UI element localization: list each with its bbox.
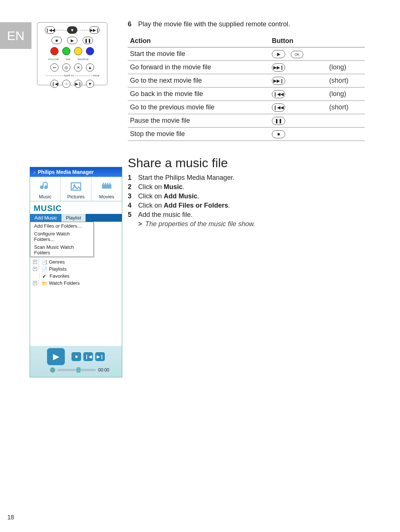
svg-rect-8	[109, 183, 110, 184]
stop-button[interactable]: ■	[71, 352, 81, 361]
extra-cell	[327, 128, 365, 141]
loop-icon[interactable]	[111, 367, 118, 373]
pmm-titlebar: ♪ Philips Media Manager	[30, 167, 122, 177]
extra-cell	[327, 47, 365, 61]
pmm-tree: +📑Genres+📄Playlists✔Favorites+📁Watch Fol…	[30, 257, 122, 346]
blue-button-icon	[86, 47, 94, 55]
tree-item[interactable]: ✔Favorites	[32, 272, 120, 280]
tab-label: Pictures	[62, 194, 90, 199]
pictures-tab-icon	[62, 180, 90, 193]
folder-icon: 📄	[41, 267, 47, 272]
up-arrow-icon: ▲	[86, 63, 94, 72]
list-item: 2Click on Music.	[128, 183, 365, 191]
action-cell: Stop the movie file	[128, 128, 270, 141]
down-arrow-icon: ▼	[86, 80, 94, 88]
steps-list: 1Start the Philips Media Manager.2Click …	[128, 174, 365, 219]
prev-icon: ❙◀◀	[272, 90, 285, 98]
extra-cell	[327, 114, 365, 128]
ok-icon: OK	[291, 51, 303, 58]
pause-icon: ❚❚	[83, 37, 93, 44]
action-cell: Pause the movie file	[128, 114, 270, 128]
pmm-menu-item[interactable]: Configure Watch Folders…	[30, 230, 93, 243]
prev-icon: ❙◀◀	[45, 26, 55, 34]
table-row: Start the movie file▶ OK	[128, 47, 365, 61]
play-button[interactable]: ▶	[47, 348, 65, 365]
button-cell: ▶▶❙	[270, 61, 327, 74]
tab-label: Music	[31, 194, 59, 199]
button-cell: ❚❚	[270, 114, 327, 128]
expand-icon[interactable]: +	[33, 281, 37, 285]
table-row: Go back in the movie file❙◀◀(long)	[128, 87, 365, 101]
button-cell: ▶▶❙	[270, 74, 327, 87]
list-item: 3Click on Add Music.	[128, 192, 365, 200]
music-tab[interactable]: Music	[30, 177, 61, 201]
red-button-icon	[50, 47, 59, 55]
tree-item[interactable]: +📑Genres	[32, 258, 120, 265]
tab-label: Movies	[93, 194, 120, 199]
pmm-window: ♪ Philips Media Manager MusicPicturesMov…	[30, 167, 122, 377]
pmm-menu-item[interactable]: Add Files or Folders…	[30, 222, 93, 230]
pictures-tab[interactable]: Pictures	[61, 177, 91, 201]
pmm-subtab-playlist[interactable]: Playlist	[61, 214, 86, 222]
section-title: Share a music file	[128, 156, 365, 170]
shuffle-label: SHUFFLE	[78, 58, 89, 60]
table-row: Stop the movie file■	[128, 128, 365, 141]
table-row: Go to the next movie file▶▶❙(short)	[128, 74, 365, 87]
step-number: 2	[128, 183, 133, 191]
result-text: The properties of the music file show.	[145, 220, 255, 228]
step-text: Click on Add Music.	[138, 192, 199, 200]
step-number: 3	[128, 192, 133, 200]
pmm-subtab-addmusic[interactable]: Add Music	[30, 214, 61, 222]
action-cell: Go back in the movie file	[128, 87, 270, 101]
language-tab: EN	[0, 22, 31, 49]
table-row: Go to the previous movie file❙◀◀(short)	[128, 101, 365, 114]
list-item: 1Start the Philips Media Manager.	[128, 174, 365, 182]
tree-item[interactable]: +📄Playlists	[32, 265, 120, 272]
stop-icon: ■	[272, 130, 285, 138]
extra-cell: (short)	[327, 74, 365, 87]
volume-icon[interactable]	[50, 367, 55, 373]
prev-track-button[interactable]: ❙◀	[83, 352, 93, 361]
folder-icon: 📑	[41, 260, 47, 265]
next-icon: ▶▶❙	[89, 26, 100, 34]
fav-label: FAV	[66, 58, 70, 60]
time-label: 00:00	[98, 367, 109, 373]
extra-cell: (long)	[327, 87, 365, 101]
expand-icon[interactable]: +	[33, 260, 37, 264]
button-cell: ❙◀◀	[270, 87, 327, 101]
remote-illustration: ❙◀◀ ▼ ▶▶❙ ■ ▶ ❚❚ FOLLOW FAV SHUFFLE ↩ ◎ …	[37, 22, 107, 85]
pmm-player: ▶ ■ ❙◀ ▶❙ 00:00	[30, 346, 122, 377]
step-text: Play the movie file with the supplied re…	[138, 20, 290, 28]
prev-icon: ❙◀◀	[272, 103, 285, 112]
play-icon: ▶	[272, 50, 285, 58]
down-icon: ▼	[67, 26, 77, 34]
pmm-logo-icon: ♪	[33, 169, 36, 175]
next-icon: ▶▶❙	[272, 77, 285, 85]
step-number: 1	[128, 174, 133, 182]
action-cell: Go to the previous movie file	[128, 101, 270, 114]
list-item: 4Click on Add Files or Folders.	[128, 202, 365, 209]
skip-fwd-icon: ▶❙	[74, 80, 82, 88]
svg-rect-6	[105, 183, 106, 184]
movies-tab-icon	[93, 180, 120, 193]
step-text: Start the Philips Media Manager.	[138, 174, 234, 182]
pmm-menu-item[interactable]: Scan Music Watch Folders	[30, 243, 93, 257]
page-label: PAGE	[93, 75, 100, 77]
stop-icon: ■	[51, 37, 62, 44]
tree-item[interactable]: +📁Watch Folders	[32, 280, 120, 287]
tree-label: Favorites	[50, 273, 69, 279]
next-track-button[interactable]: ▶❙	[95, 352, 105, 361]
pause-icon: ❚❚	[272, 117, 285, 125]
table-row: Pause the movie file❚❚	[128, 114, 365, 128]
svg-rect-7	[107, 183, 108, 184]
circle-icon: ○	[62, 80, 70, 88]
progress-slider[interactable]	[57, 369, 96, 371]
step-text: Click on Music.	[138, 183, 184, 191]
step-text: Click on Add Files or Folders.	[138, 202, 230, 209]
movies-tab[interactable]: Movies	[91, 177, 122, 201]
tree-label: Genres	[49, 259, 65, 265]
target-icon: ◎	[62, 63, 70, 72]
header-action: Action	[128, 35, 270, 47]
expand-icon[interactable]: +	[33, 267, 37, 271]
folder-icon: ✔	[42, 274, 48, 279]
